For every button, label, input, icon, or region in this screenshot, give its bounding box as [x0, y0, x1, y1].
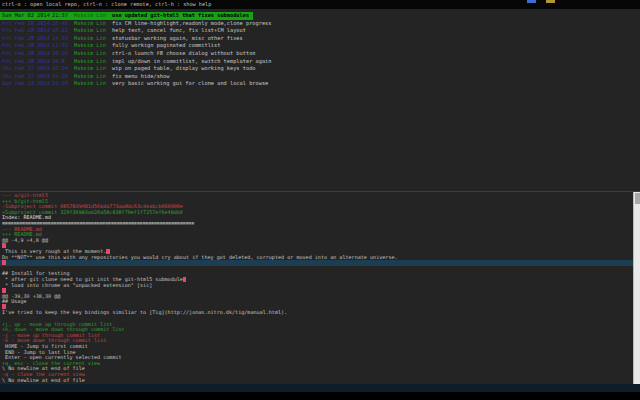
diff-line-text: \ No newline at end of file	[2, 377, 85, 383]
git-client-window: ctrl-o : open local repo, ctrl-n : clone…	[0, 0, 640, 400]
pane-divider	[0, 191, 640, 192]
cursor-block	[183, 277, 187, 282]
commit-date: Fri Feb 28 2014	[2, 35, 52, 43]
commit-time: 14:33	[52, 35, 74, 43]
commit-date: Sun Feb 23 2014	[2, 80, 52, 88]
commit-time: 21:10	[52, 80, 74, 88]
commit-row[interactable]: Fri Feb 28 2014 16:45 Maksim Lin fix CM …	[0, 20, 271, 28]
commit-message: fix menu hide/show	[112, 73, 169, 81]
commit-message: help text, cancel func, fix list+CM layo…	[112, 27, 246, 35]
commit-date: Fri Feb 28 2014	[2, 58, 52, 66]
commit-message: wip on paged table, display working keys…	[112, 65, 256, 73]
commit-author: Maksim Lin	[74, 80, 112, 88]
commit-time: 16:24	[52, 65, 74, 73]
commit-message: ctrl-o luanch F8 choose dialog without b…	[112, 50, 256, 58]
scrollbar-thumb[interactable]	[635, 193, 640, 204]
commit-message: fully workign paginated commitlist	[112, 42, 220, 50]
commit-message: impl up/down in commitlist, switch templ…	[112, 58, 271, 66]
commit-date: Fri Feb 28 2014	[2, 42, 52, 50]
commit-author: Maksim Lin	[74, 12, 112, 20]
bottom-strip	[0, 392, 640, 400]
commit-row[interactable]: Fri Feb 28 2014 14:33 Maksim Lin statusb…	[0, 35, 243, 43]
commit-row[interactable]: Sun Feb 23 2014 21:10 Maksim Lin very ba…	[0, 80, 268, 88]
diff-line-ctx[interactable]: \ No newline at end of file	[0, 378, 633, 384]
diff-view: --- a/git-html5+++ b/git-html5-Subprojec…	[0, 193, 633, 384]
commit-time: 10:16	[52, 50, 74, 58]
commit-time: 21:37	[52, 12, 74, 20]
commit-author: Maksim Lin	[74, 73, 112, 81]
commit-message: statusbar working again, misc other fixe…	[112, 35, 243, 43]
commit-row[interactable]: Fri Feb 28 2014 10:16 Maksim Lin ctrl-o …	[0, 50, 256, 58]
cursor-block	[2, 260, 6, 265]
commit-time: 16:45	[52, 20, 74, 28]
artifact-yellow-icon	[546, 0, 555, 3]
commit-date: Fri Feb 28 2014	[2, 20, 52, 28]
status-bar: 8b72f5335d88c3dcca4d3c4981a9908191027dc7…	[0, 384, 640, 392]
diff-line-text: I've tried to keep the key bindings simi…	[2, 309, 287, 315]
commit-row[interactable]: Fri Feb 28 2014 11:31 Maksim Lin fully w…	[0, 42, 220, 50]
commit-date: Fri Feb 28 2014	[2, 50, 52, 58]
commit-author: Maksim Lin	[74, 35, 112, 43]
commit-author: Maksim Lin	[74, 50, 112, 58]
commit-message: use updated git-html5 that fixes submodu…	[112, 12, 249, 20]
commit-row[interactable]: Sun Mar 02 2014 21:37 Maksim Lin use upd…	[0, 12, 253, 20]
commit-message: fix CM line-highlight,readonly mode,clon…	[112, 20, 271, 28]
commit-author: Maksim Lin	[74, 58, 112, 66]
commit-author: Maksim Lin	[74, 27, 112, 35]
commit-row[interactable]: Thu Feb 27 2014 16:24 Maksim Lin wip on …	[0, 65, 256, 73]
commit-row[interactable]: Fri Feb 28 2014 16:22 Maksim Lin help te…	[0, 27, 246, 35]
commit-date: Thu Feb 27 2014	[2, 65, 52, 73]
commit-date: Fri Feb 28 2014	[2, 27, 52, 35]
commit-time: 15:16	[52, 73, 74, 81]
commit-time: 16:22	[52, 27, 74, 35]
artifact-blue-icon	[527, 0, 536, 3]
favicon-artifact	[527, 0, 555, 3]
commit-author: Maksim Lin	[74, 65, 112, 73]
diff-scrollbar[interactable]	[633, 192, 640, 384]
commit-list: Sun Mar 02 2014 21:37 Maksim Lin use upd…	[0, 12, 640, 88]
commit-date: Sun Mar 02 2014	[2, 12, 52, 20]
commit-message: very basic working gui for clone and loc…	[112, 80, 268, 88]
diff-line-text: Do **NOT** use this with any repositorie…	[2, 254, 398, 260]
commit-row[interactable]: Fri Feb 28 2014 10:8 Maksim Lin impl up/…	[0, 58, 271, 66]
commit-time: 10:8	[52, 58, 74, 66]
diff-line-text: @@ -4,9 +4,8 @@	[2, 237, 48, 243]
commit-author: Maksim Lin	[74, 42, 112, 50]
diff-line-text: ## Usage	[2, 298, 27, 304]
commit-date: Thu Feb 27 2014	[2, 73, 52, 81]
commit-author: Maksim Lin	[74, 20, 112, 28]
commit-row[interactable]: Thu Feb 27 2014 15:16 Maksim Lin fix men…	[0, 73, 169, 81]
commit-time: 11:31	[52, 42, 74, 50]
diff-line-text: * load into chrome as "unpacked extensio…	[2, 282, 152, 288]
